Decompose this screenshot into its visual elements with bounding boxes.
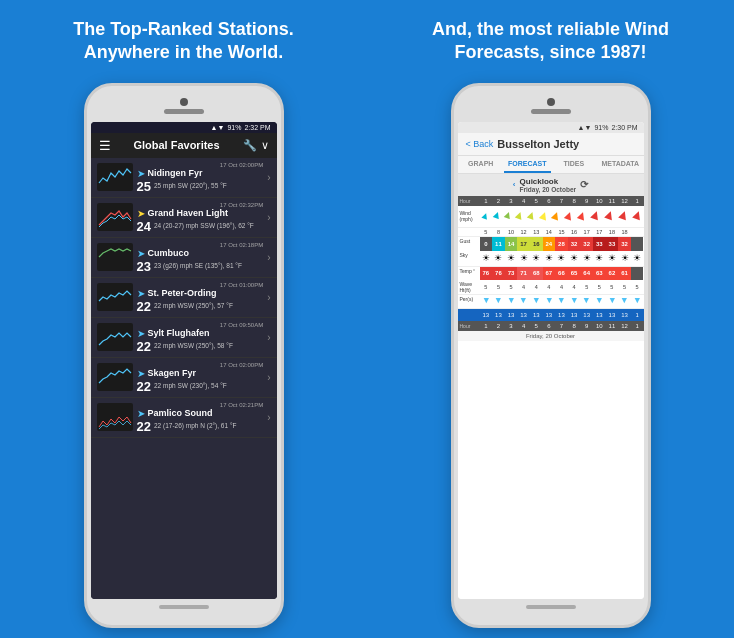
gust-label: Gust — [458, 237, 480, 251]
list-item[interactable]: 17 Oct 09:50AM ➤ Sylt Flughafen 22 22 mp… — [91, 318, 277, 358]
temp-cell: 67 — [543, 267, 556, 280]
per-num-cell: 13 — [593, 309, 606, 321]
signal-icon-right: ▲▼ — [578, 124, 592, 131]
period-arrow-cell: ▲ — [568, 295, 581, 308]
period-arrow-cell: ▲ — [593, 295, 606, 308]
wind-cell: ▼ — [602, 208, 616, 224]
per-num-label — [458, 309, 480, 321]
wind-speed-cell: 17 — [580, 228, 593, 236]
wave-cell: 4 — [568, 280, 581, 294]
bottom-hour-cell: 1 — [631, 321, 644, 331]
tab-metadata[interactable]: METADATA — [597, 156, 644, 173]
gust-cell: 14 — [505, 237, 518, 251]
signal-icon: ▲▼ — [211, 124, 225, 131]
bottom-hour-cell: 4 — [517, 321, 530, 331]
time-text-right: 2:30 PM — [611, 124, 637, 131]
time-text: 2:32 PM — [244, 124, 270, 131]
list-item[interactable]: 17 Oct 02:32PM ➤ Grand Haven Light 24 24… — [91, 198, 277, 238]
wave-cell: 4 — [517, 280, 530, 294]
wind-speed-cell: 18 — [606, 228, 619, 236]
wind-detail: 23 (g26) mph SE (135°), 81 °F — [154, 262, 242, 270]
bottom-hour-cell: 5 — [530, 321, 543, 331]
station-info: 17 Oct 09:50AM ➤ Sylt Flughafen 22 22 mp… — [137, 322, 264, 353]
tab-forecast[interactable]: FORECAST — [504, 156, 551, 173]
battery-text-right: 91% — [594, 124, 608, 131]
bottom-hour-cell: 9 — [580, 321, 593, 331]
station-name: Nidingen Fyr — [148, 168, 203, 178]
wind-detail: 24 (20-27) mph SSW (196°), 62 °F — [154, 222, 254, 230]
list-item[interactable]: 17 Oct 02:21PM ➤ Pamlico Sound 22 22 (17… — [91, 398, 277, 438]
wind-cell: ▼ — [630, 208, 644, 224]
sky-cell: ☀ — [606, 251, 619, 266]
chevron-down-icon[interactable]: ∨ — [261, 139, 269, 152]
station-name: St. Peter-Ording — [148, 288, 217, 298]
station-info: 17 Oct 01:00PM ➤ St. Peter-Ording 22 22 … — [137, 282, 264, 313]
chevron-right-icon: › — [267, 332, 270, 343]
tab-tides[interactable]: TIDES — [551, 156, 598, 173]
forecast-station-title: Busselton Jetty — [497, 138, 579, 150]
sky-cell: ☀ — [505, 251, 518, 266]
chevron-right-icon: › — [267, 372, 270, 383]
hour-cell: 9 — [580, 196, 593, 206]
wind-speed-cell: 17 — [593, 228, 606, 236]
back-button[interactable]: < Back — [466, 139, 494, 149]
menu-icon[interactable]: ☰ — [99, 138, 111, 153]
period-arrow-cell: ▲ — [492, 295, 505, 308]
bottom-date: Friday, 20 October — [458, 331, 644, 341]
wind-speed-cell: 12 — [517, 228, 530, 236]
left-panel: The Top-Ranked Stations. Anywhere in the… — [0, 0, 367, 638]
sky-cell: ☀ — [543, 251, 556, 266]
hour-cell: 12 — [618, 196, 631, 206]
wind-speed: 22 — [137, 380, 151, 393]
wave-cell: 4 — [530, 280, 543, 294]
wind-speed-cell: 13 — [530, 228, 543, 236]
wind-direction-icon: ➤ — [137, 208, 145, 219]
bottom-hour-cell: 8 — [568, 321, 581, 331]
left-phone: ▲▼ 91% 2:32 PM ☰ Global Favorites 🔧 ∨ — [84, 83, 284, 628]
temp-cell: 76 — [480, 267, 493, 280]
right-phone: ▲▼ 91% 2:30 PM < Back Busselton Jetty GR… — [451, 83, 651, 628]
per-num-cell: 13 — [580, 309, 593, 321]
wind-direction-icon: ➤ — [137, 288, 145, 299]
hour-cell: 2 — [492, 196, 505, 206]
period-arrow-cell: ▲ — [618, 295, 631, 308]
list-item[interactable]: 17 Oct 02:00PM ➤ Nidingen Fyr 25 25 mph … — [91, 158, 277, 198]
wind-row-label: Wind(mph) — [458, 209, 480, 223]
sky-label: Sky — [458, 251, 480, 266]
wave-cell: 5 — [618, 280, 631, 294]
status-bar-right: ▲▼ 91% 2:30 PM — [458, 122, 644, 133]
quicklook-label: Quicklook — [520, 177, 577, 186]
quicklook-date: Friday, 20 October — [520, 186, 577, 193]
wind-detail: 22 (17-26) mph N (2°), 61 °F — [154, 422, 237, 430]
left-screen: ▲▼ 91% 2:32 PM ☰ Global Favorites 🔧 ∨ — [91, 122, 277, 599]
bottom-hour-cell: 2 — [492, 321, 505, 331]
wrench-icon[interactable]: 🔧 — [243, 139, 257, 152]
bottom-hour-cell: 11 — [606, 321, 619, 331]
per-num-cell: 13 — [543, 309, 556, 321]
wave-label: WaveHt(ft) — [458, 280, 480, 294]
forecast-screen: ▲▼ 91% 2:30 PM < Back Busselton Jetty GR… — [458, 122, 644, 599]
list-item[interactable]: 17 Oct 01:00PM ➤ St. Peter-Ording 22 22 … — [91, 278, 277, 318]
wave-cell: 5 — [505, 280, 518, 294]
station-thumb — [97, 163, 133, 191]
wind-cell: ▼ — [525, 208, 537, 224]
list-item[interactable]: 17 Oct 02:00PM ➤ Skagen Fyr 22 22 mph SW… — [91, 358, 277, 398]
status-bar-left: ▲▼ 91% 2:32 PM — [91, 122, 277, 133]
wind-speed: 22 — [137, 420, 151, 433]
sky-cell: ☀ — [593, 251, 606, 266]
wind-speed: 23 — [137, 260, 151, 273]
tab-graph[interactable]: GRAPH — [458, 156, 505, 173]
gust-cell: 28 — [555, 237, 568, 251]
station-thumb — [97, 283, 133, 311]
sky-cell: ☀ — [480, 251, 493, 266]
wave-cell: 5 — [593, 280, 606, 294]
hour-cell: 8 — [568, 196, 581, 206]
bottom-hour-cell: 6 — [543, 321, 556, 331]
wind-detail: 22 mph WSW (250°), 58 °F — [154, 342, 233, 350]
per-num-cell: 13 — [555, 309, 568, 321]
bottom-hour-cell: 12 — [618, 321, 631, 331]
refresh-icon[interactable]: ⟳ — [580, 179, 588, 190]
list-item[interactable]: 17 Oct 02:18PM ➤ Cumbuco 23 23 (g26) mph… — [91, 238, 277, 278]
phone-top-left — [93, 98, 275, 118]
speaker-right — [531, 109, 571, 114]
